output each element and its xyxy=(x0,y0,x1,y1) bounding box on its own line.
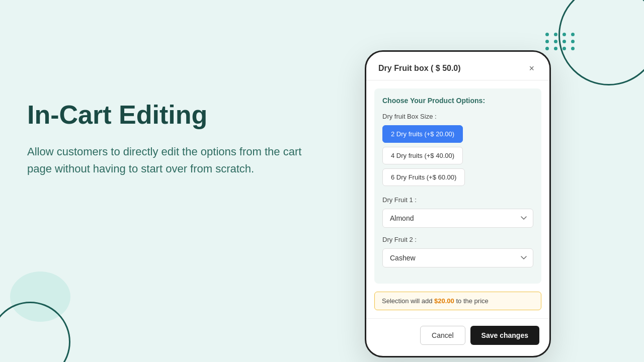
size-label: Dry fruit Box Size : xyxy=(382,113,533,120)
price-note-text: Selection will add xyxy=(382,297,434,305)
left-content: In-Cart Editing Allow customers to direc… xyxy=(27,101,309,177)
bg-dots xyxy=(545,33,576,50)
modal-title: Dry Fruit box ( $ 50.0) xyxy=(378,64,461,73)
modal-header: Dry Fruit box ( $ 50.0) × xyxy=(366,52,549,80)
dry-fruit-1-label: Dry Fruit 1 : xyxy=(382,196,533,204)
phone-wrapper: Dry Fruit box ( $ 50.0) × Choose Your Pr… xyxy=(365,50,551,357)
size-option-3[interactable]: 6 Dry Fruits (+$ 60.00) xyxy=(382,168,465,186)
size-option-2[interactable]: 4 Dry fruits (+$ 40.00) xyxy=(382,147,463,164)
price-note: Selection will add $20.00 to the price xyxy=(374,292,541,310)
size-buttons: 2 Dry fruits (+$ 20.00) 4 Dry fruits (+$… xyxy=(382,125,533,186)
price-amount: $20.00 xyxy=(434,297,454,305)
close-button[interactable]: × xyxy=(526,63,537,74)
sub-description: Allow customers to directly edit the opt… xyxy=(27,143,309,177)
dry-fruit-2-group: Dry Fruit 2 : Almond Cashew Pistachio Wa… xyxy=(382,236,533,267)
size-option-1[interactable]: 2 Dry fruits (+$ 20.00) xyxy=(382,125,463,143)
modal-footer: Cancel Save changes xyxy=(366,318,549,356)
dry-fruit-2-select[interactable]: Almond Cashew Pistachio Walnut xyxy=(382,248,533,267)
save-button[interactable]: Save changes xyxy=(470,326,539,345)
phone-frame: Dry Fruit box ( $ 50.0) × Choose Your Pr… xyxy=(365,50,551,357)
main-heading: In-Cart Editing xyxy=(27,101,309,129)
dry-fruit-1-select[interactable]: Almond Cashew Pistachio Walnut xyxy=(382,209,533,228)
price-note-suffix: to the price xyxy=(454,297,489,305)
dry-fruit-2-label: Dry Fruit 2 : xyxy=(382,236,533,243)
cancel-button[interactable]: Cancel xyxy=(420,326,465,345)
options-heading: Choose Your Product Options: xyxy=(382,97,533,105)
options-section: Choose Your Product Options: Dry fruit B… xyxy=(374,88,541,284)
dry-fruit-1-group: Dry Fruit 1 : Almond Cashew Pistachio Wa… xyxy=(382,196,533,228)
